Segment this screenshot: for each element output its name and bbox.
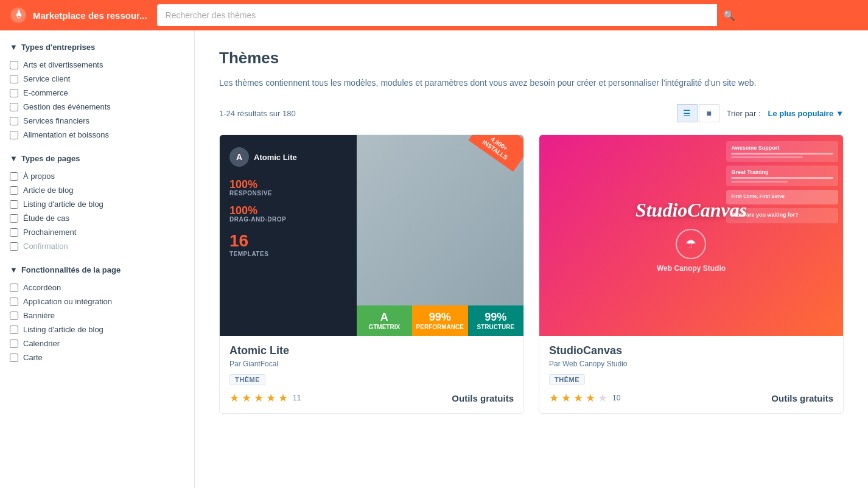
chevron-down-icon: ▼ — [10, 154, 18, 163]
filter-item-financiers[interactable]: Services financiers — [10, 114, 184, 128]
checkbox-blog-article[interactable] — [10, 186, 18, 195]
filter-header-fonctionnalites[interactable]: ▼ Fonctionnalités de la page — [10, 265, 184, 274]
star-rating: ★ ★ ★ ★ ★ 10 — [549, 391, 620, 405]
search-input[interactable] — [157, 4, 741, 26]
filter-item-calendrier[interactable]: Calendrier — [10, 336, 184, 350]
filter-label-alimentation: Alimentation et boissons — [23, 130, 109, 139]
star-rating: ★ ★ ★ ★ ★ 11 — [229, 391, 301, 405]
results-bar: 1-24 résultats sur 180 ☰ ■ Trier par : L… — [219, 104, 844, 122]
star-1: ★ — [549, 391, 559, 405]
search-icon: 🔍 — [723, 10, 735, 21]
filter-item-arts[interactable]: Arts et divertissements — [10, 58, 184, 72]
card-name: Atomic Lite — [229, 344, 514, 357]
filter-item-evenements[interactable]: Gestion des événements — [10, 100, 184, 114]
checkbox-cas[interactable] — [10, 214, 18, 223]
filter-section-types-entreprises: ▼ Types d'entreprisesArts et divertissem… — [10, 43, 184, 142]
filter-item-ecommerce[interactable]: E-commerce — [10, 86, 184, 100]
filter-item-alimentation[interactable]: Alimentation et boissons — [10, 128, 184, 142]
filter-item-service-client[interactable]: Service client — [10, 72, 184, 86]
card-meta: ★ ★ ★ ★ ★ 10 Outils gratuits — [549, 391, 833, 405]
star-3: ★ — [573, 391, 583, 405]
checkbox-prochainement[interactable] — [10, 228, 18, 237]
grid-view-button[interactable]: ■ — [699, 104, 719, 122]
filter-label-apropos: À propos — [23, 172, 55, 181]
filter-item-blog-article[interactable]: Article de blog — [10, 183, 184, 197]
page-title: Thèmes — [219, 49, 844, 68]
checkbox-listing-blog2[interactable] — [10, 326, 18, 334]
search-button[interactable]: 🔍 — [717, 4, 741, 26]
filter-label-cas: Étude de cas — [23, 214, 69, 223]
star-5: ★ — [278, 391, 288, 405]
star-4: ★ — [586, 391, 595, 405]
search-bar: 🔍 — [157, 4, 741, 26]
sort-value: Le plus populaire — [768, 109, 834, 118]
filter-label-confirmation: Confirmation — [23, 242, 68, 251]
cards-grid: A Atomic Lite 100% RESPONSIVE 100% DRAG-… — [219, 134, 844, 414]
card-name: StudioCanvas — [549, 344, 833, 357]
filter-item-confirmation[interactable]: Confirmation — [10, 239, 184, 253]
filter-item-listing-blog2[interactable]: Listing d'article de blog — [10, 322, 184, 336]
filter-header-types-entreprises[interactable]: ▼ Types d'entreprises — [10, 43, 184, 52]
card-footer-studiocanvas: StudioCanvas Par Web Canopy Studio THÈME… — [539, 336, 843, 413]
checkbox-calendrier[interactable] — [10, 340, 18, 348]
filter-item-banniere[interactable]: Bannière — [10, 308, 184, 322]
checkbox-confirmation[interactable] — [10, 242, 18, 251]
checkbox-service-client[interactable] — [10, 75, 18, 83]
chevron-down-icon: ▼ — [10, 265, 18, 274]
checkbox-accordeon[interactable] — [10, 284, 18, 292]
checkbox-apropos[interactable] — [10, 172, 18, 181]
checkbox-ecommerce[interactable] — [10, 89, 18, 97]
hubspot-icon — [10, 7, 27, 24]
umbrella-icon: ☂ — [685, 237, 696, 251]
checkbox-financiers[interactable] — [10, 117, 18, 125]
checkbox-application[interactable] — [10, 298, 18, 306]
filter-label-prochainement: Prochainement — [23, 228, 76, 237]
star-2: ★ — [561, 391, 571, 405]
checkbox-arts[interactable] — [10, 61, 18, 69]
filter-label-carte: Carte — [23, 353, 43, 362]
card-author: Par Web Canopy Studio — [549, 360, 833, 368]
card-atomic-lite[interactable]: A Atomic Lite 100% RESPONSIVE 100% DRAG-… — [219, 134, 524, 414]
filter-item-application[interactable]: Application ou intégration — [10, 295, 184, 308]
card-price: Outils gratuits — [452, 393, 514, 403]
filter-item-accordeon[interactable]: Accordéon — [10, 281, 184, 295]
filter-item-apropos[interactable]: À propos — [10, 169, 184, 183]
card-studiocanvas[interactable]: StudioCanvas ☂ Web Canopy Studio Awesome… — [539, 134, 844, 414]
logo[interactable]: Marketplace des ressour... — [10, 7, 147, 24]
filter-label-financiers: Services financiers — [23, 116, 89, 125]
filter-section-types-pages: ▼ Types de pagesÀ proposArticle de blogL… — [10, 154, 184, 253]
sort-label: Trier par : — [727, 109, 761, 118]
filter-label-listing-blog2: Listing d'article de blog — [23, 325, 103, 334]
checkbox-banniere[interactable] — [10, 312, 18, 320]
filter-label-listing-blog: Listing d'article de blog — [23, 200, 103, 209]
star-2: ★ — [242, 391, 251, 405]
filter-section-label: Types d'entreprises — [21, 43, 95, 52]
filter-label-calendrier: Calendrier — [23, 339, 60, 348]
filter-section-label: Fonctionnalités de la page — [21, 265, 121, 274]
studio-right-panel: Awesome Support Great Training First Com — [721, 135, 843, 336]
sort-select[interactable]: Le plus populaire ▼ — [768, 109, 844, 118]
filter-header-types-pages[interactable]: ▼ Types de pages — [10, 154, 184, 163]
checkbox-alimentation[interactable] — [10, 131, 18, 139]
filter-label-blog-article: Article de blog — [23, 186, 73, 195]
filter-item-cas[interactable]: Étude de cas — [10, 211, 184, 225]
card-author: Par GiantFocal — [229, 360, 514, 368]
filter-label-banniere: Bannière — [23, 311, 55, 320]
view-toggle: ☰ ■ — [677, 104, 719, 122]
filter-item-prochainement[interactable]: Prochainement — [10, 225, 184, 239]
filter-item-listing-blog[interactable]: Listing d'article de blog — [10, 197, 184, 211]
checkbox-evenements[interactable] — [10, 103, 18, 111]
filter-item-carte[interactable]: Carte — [10, 350, 184, 364]
star-4: ★ — [266, 391, 276, 405]
checkbox-listing-blog[interactable] — [10, 200, 18, 209]
chevron-down-icon: ▼ — [10, 43, 18, 52]
page-description: Les thèmes contiennent tous les modèles,… — [219, 76, 767, 89]
card-image-atomic-lite: A Atomic Lite 100% RESPONSIVE 100% DRAG-… — [220, 135, 523, 336]
atomic-left-panel: A Atomic Lite 100% RESPONSIVE 100% DRAG-… — [220, 135, 357, 336]
logo-text: Marketplace des ressour... — [33, 10, 147, 21]
filter-label-application: Application ou intégration — [23, 297, 112, 306]
checkbox-carte[interactable] — [10, 354, 18, 362]
card-tag: THÈME — [549, 374, 585, 385]
list-view-button[interactable]: ☰ — [677, 104, 698, 122]
rating-count: 10 — [612, 394, 620, 402]
